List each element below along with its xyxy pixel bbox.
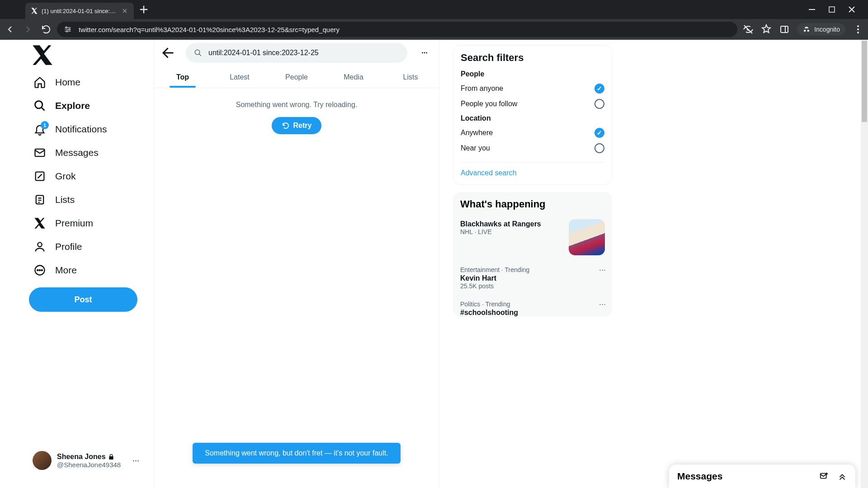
nav-explore[interactable]: Explore bbox=[27, 94, 96, 117]
nav-premium[interactable]: Premium bbox=[27, 211, 99, 235]
scrollbar[interactable] bbox=[861, 40, 868, 488]
maximize-icon[interactable] bbox=[826, 3, 837, 16]
tab-strip: (1) until:2024-01-01 since:2023 bbox=[0, 0, 868, 19]
post-button[interactable]: Post bbox=[29, 287, 137, 312]
advanced-search-link[interactable]: Advanced search bbox=[461, 162, 604, 183]
trend-item[interactable]: Entertainment · Trending Kevin Hart 25.5… bbox=[453, 261, 612, 295]
search-input[interactable] bbox=[208, 49, 399, 57]
retry-label: Retry bbox=[293, 122, 312, 130]
back-icon[interactable] bbox=[5, 24, 15, 35]
filter-from-anyone-label: From anyone bbox=[461, 84, 503, 93]
new-message-icon[interactable] bbox=[819, 471, 829, 481]
filter-anywhere[interactable]: Anywhere bbox=[461, 125, 604, 141]
nav-profile[interactable]: Profile bbox=[27, 235, 89, 258]
trend-meta: Entertainment · Trending bbox=[460, 266, 605, 273]
page: Home Explore 1 Notifications Messages Gr… bbox=[0, 40, 868, 488]
nav-more[interactable]: More bbox=[27, 258, 83, 282]
nav-more-label: More bbox=[55, 265, 77, 276]
filter-from-anyone[interactable]: From anyone bbox=[461, 81, 604, 96]
nav-home-label: Home bbox=[55, 77, 80, 88]
svg-point-6 bbox=[857, 28, 859, 30]
retry-icon bbox=[282, 122, 290, 130]
trend-more-icon[interactable]: ··· bbox=[599, 300, 606, 309]
trend-title: #schoolshooting bbox=[460, 309, 605, 317]
right-column: Search filters People From anyone People… bbox=[439, 40, 868, 488]
svg-point-2 bbox=[69, 28, 70, 30]
nav-premium-label: Premium bbox=[55, 218, 93, 229]
tab-top[interactable]: Top bbox=[154, 66, 211, 88]
close-window-icon[interactable] bbox=[846, 3, 857, 16]
site-settings-icon[interactable] bbox=[63, 25, 72, 34]
main-column: ··· Top Latest People Media Lists Someth… bbox=[154, 40, 439, 488]
bookmark-star-icon[interactable] bbox=[761, 24, 772, 35]
account-switcher[interactable]: Sheena Jones @SheenaJone49348 ··· bbox=[27, 446, 145, 474]
back-button[interactable] bbox=[160, 45, 177, 61]
forward-icon[interactable] bbox=[23, 24, 33, 35]
close-tab-icon[interactable] bbox=[121, 7, 128, 14]
nav-notifications[interactable]: 1 Notifications bbox=[27, 117, 113, 141]
x-logo-icon[interactable] bbox=[31, 43, 54, 67]
x-favicon-icon bbox=[31, 7, 38, 14]
incognito-badge[interactable]: Incognito bbox=[797, 23, 845, 36]
tab-latest[interactable]: Latest bbox=[211, 66, 268, 88]
happening-title: What's happening bbox=[453, 198, 612, 214]
incognito-icon bbox=[802, 25, 811, 33]
retry-button[interactable]: Retry bbox=[272, 117, 322, 134]
bell-icon: 1 bbox=[33, 123, 46, 136]
search-box[interactable] bbox=[186, 43, 407, 63]
search-filters-card: Search filters People From anyone People… bbox=[453, 45, 612, 185]
filter-location-label: Location bbox=[461, 114, 604, 122]
messages-drawer[interactable]: Messages bbox=[669, 465, 855, 488]
nav-explore-label: Explore bbox=[55, 100, 90, 111]
minimize-icon[interactable] bbox=[807, 3, 817, 16]
svg-rect-0 bbox=[829, 7, 835, 12]
kebab-menu-icon[interactable] bbox=[853, 24, 863, 35]
nav-messages[interactable]: Messages bbox=[27, 141, 105, 164]
tab-media[interactable]: Media bbox=[325, 66, 382, 88]
radio-checked-icon bbox=[594, 128, 604, 138]
avatar bbox=[33, 451, 52, 470]
search-overflow-icon[interactable]: ··· bbox=[416, 45, 433, 61]
search-icon bbox=[33, 99, 46, 112]
svg-point-5 bbox=[857, 25, 859, 27]
filter-people-label: People bbox=[461, 70, 604, 78]
nav-notifications-label: Notifications bbox=[55, 124, 107, 135]
account-more-icon[interactable]: ··· bbox=[132, 456, 139, 465]
side-panel-icon[interactable] bbox=[779, 24, 790, 35]
nav-grok[interactable]: Grok bbox=[27, 164, 82, 188]
trend-meta: NHL · LIVE bbox=[460, 228, 563, 235]
radio-checked-icon bbox=[594, 84, 604, 94]
trend-item[interactable]: Blackhawks at Rangers NHL · LIVE bbox=[453, 214, 612, 261]
trend-title: Blackhawks at Rangers bbox=[460, 220, 563, 228]
trend-thumbnail bbox=[569, 219, 605, 255]
profile-icon bbox=[33, 240, 46, 253]
error-block: Something went wrong. Try reloading. Ret… bbox=[154, 88, 439, 147]
trend-meta: Politics · Trending bbox=[460, 300, 605, 308]
svg-point-17 bbox=[195, 50, 200, 55]
filter-people-follow[interactable]: People you follow bbox=[461, 96, 604, 112]
trend-sub: 25.5K posts bbox=[460, 282, 605, 290]
trend-item[interactable]: Politics · Trending #schoolshooting ··· bbox=[453, 295, 612, 317]
svg-point-15 bbox=[39, 270, 40, 271]
grok-icon bbox=[33, 170, 46, 183]
trend-more-icon[interactable]: ··· bbox=[599, 265, 606, 275]
url-bar[interactable]: twitter.com/search?q=until%3A2024-01-01%… bbox=[57, 22, 737, 37]
nav-lists[interactable]: Lists bbox=[27, 188, 81, 211]
expand-drawer-icon[interactable] bbox=[837, 471, 847, 481]
reload-icon[interactable] bbox=[41, 24, 52, 35]
url-text: twitter.com/search?q=until%3A2024-01-01%… bbox=[79, 26, 731, 33]
tab-title: (1) until:2024-01-01 since:2023 bbox=[42, 8, 118, 14]
new-tab-button[interactable] bbox=[137, 3, 150, 16]
nav-home[interactable]: Home bbox=[27, 70, 87, 94]
account-display-name: Sheena Jones bbox=[57, 453, 106, 461]
svg-point-8 bbox=[35, 101, 42, 108]
filter-near-you[interactable]: Near you bbox=[461, 141, 604, 156]
browser-tab[interactable]: (1) until:2024-01-01 since:2023 bbox=[25, 3, 134, 19]
lists-icon bbox=[33, 193, 46, 206]
tab-lists[interactable]: Lists bbox=[382, 66, 439, 88]
scroll-thumb[interactable] bbox=[862, 41, 867, 122]
whats-happening-card: What's happening Blackhawks at Rangers N… bbox=[453, 192, 612, 317]
browser-toolbar: twitter.com/search?q=until%3A2024-01-01%… bbox=[0, 19, 868, 40]
tab-people[interactable]: People bbox=[268, 66, 325, 88]
eye-off-icon[interactable] bbox=[743, 24, 754, 35]
